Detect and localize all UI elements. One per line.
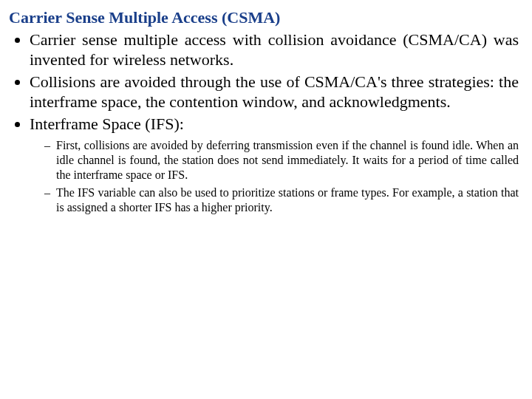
sub-bullet-item: The IFS variable can also be used to pri… (44, 185, 519, 215)
bullet-list: Carrier sense multiple access with colli… (9, 30, 519, 134)
bullet-item: Collisions are avoided through the use o… (30, 72, 519, 112)
sub-bullet-list: First, collisions are avoided by deferri… (9, 138, 519, 215)
slide: Carrier Sense Multiple Access (CSMA) Car… (0, 0, 532, 399)
bullet-item: Interframe Space (IFS): (30, 114, 519, 134)
slide-title: Carrier Sense Multiple Access (CSMA) (9, 7, 519, 28)
bullet-item: Carrier sense multiple access with colli… (30, 30, 519, 70)
sub-bullet-item: First, collisions are avoided by deferri… (44, 138, 519, 183)
